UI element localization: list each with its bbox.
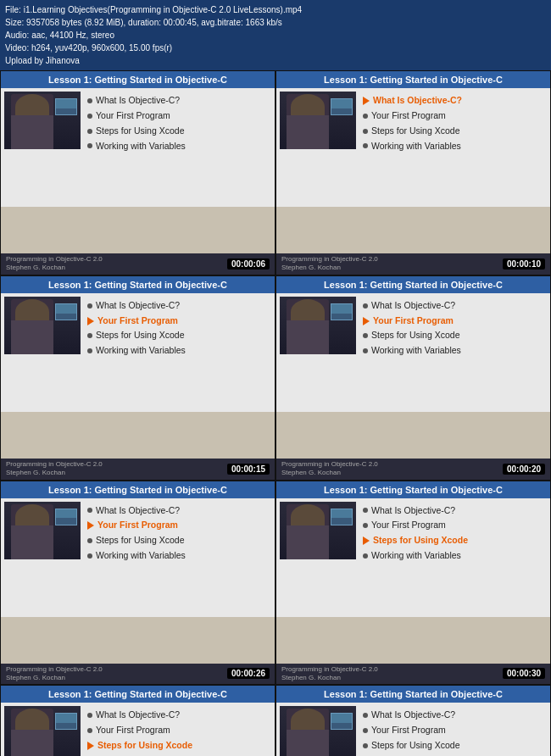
thumbnail-2 bbox=[280, 92, 356, 149]
list-item-label-5-1: Your First Program bbox=[97, 518, 178, 533]
size-info: Size: 9357058 bytes (8.92 MiB), duration… bbox=[5, 16, 546, 29]
thumbnail-3 bbox=[4, 297, 81, 354]
cell-spacer-5 bbox=[1, 617, 275, 664]
bullet-icon bbox=[363, 728, 368, 733]
list-item-2-0: What Is Objective-C? bbox=[363, 93, 462, 108]
bullet-list-2: What Is Objective-C?Your First ProgramSt… bbox=[363, 92, 462, 203]
play-icon bbox=[87, 317, 94, 325]
cell-footer-2: Programming in Objective-C 2.0Stephen G.… bbox=[276, 253, 550, 275]
list-item-4-3: Working with Variables bbox=[363, 343, 461, 359]
list-item-8-0: What Is Objective-C? bbox=[363, 708, 470, 723]
list-item-3-2: Steps for Using Xcode bbox=[87, 328, 186, 343]
list-item-label-6-3: Working with Variables bbox=[371, 548, 461, 564]
bullet-list-6: What Is Objective-C?Your First ProgramSt… bbox=[363, 502, 468, 614]
list-item-7-1: Your First Program bbox=[87, 723, 192, 738]
video-cell-7[interactable]: Lesson 1: Getting Started in Objective-C… bbox=[0, 685, 276, 756]
thumbnail-8 bbox=[280, 706, 356, 756]
list-item-5-0: What Is Objective-C? bbox=[87, 503, 186, 519]
cell-spacer-6 bbox=[276, 617, 550, 664]
bullet-icon bbox=[363, 553, 368, 559]
play-icon bbox=[87, 742, 94, 750]
footer-text-1: Programming in Objective-C 2.0Stephen G.… bbox=[6, 255, 103, 273]
list-item-label-1-2: Steps for Using Xcode bbox=[96, 124, 184, 139]
video-info: Video: h264, yuv420p, 960x600, 15.00 fps… bbox=[5, 42, 546, 54]
video-cell-4[interactable]: Lesson 1: Getting Started in Objective-C… bbox=[276, 275, 551, 481]
bullet-icon bbox=[87, 143, 92, 148]
list-item-label-8-2: Steps for Using Xcode bbox=[371, 738, 459, 753]
bullet-list-5: What Is Objective-C?Your First ProgramSt… bbox=[87, 502, 186, 614]
cell-footer-1: Programming in Objective-C 2.0Stephen G.… bbox=[1, 253, 275, 275]
play-icon bbox=[363, 97, 370, 105]
list-item-6-0: What Is Objective-C? bbox=[363, 503, 468, 519]
list-item-label-3-1: Your First Program bbox=[97, 314, 178, 329]
list-item-label-1-3: Working with Variables bbox=[96, 139, 186, 154]
cell-content-5: What Is Objective-C?Your First ProgramSt… bbox=[1, 498, 275, 617]
list-item-label-4-1: Your First Program bbox=[373, 314, 454, 329]
list-item-label-3-2: Steps for Using Xcode bbox=[96, 328, 184, 343]
list-item-label-2-1: Your First Program bbox=[371, 108, 446, 124]
timestamp-1: 00:00:06 bbox=[227, 258, 270, 270]
list-item-label-4-0: What Is Objective-C? bbox=[371, 298, 455, 314]
timestamp-4: 00:00:20 bbox=[503, 464, 545, 475]
list-item-label-6-1: Your First Program bbox=[371, 518, 446, 533]
list-item-4-0: What Is Objective-C? bbox=[363, 298, 461, 314]
play-icon bbox=[363, 536, 370, 545]
list-item-3-1: Your First Program bbox=[87, 314, 186, 329]
bullet-icon bbox=[363, 713, 368, 718]
list-item-label-1-0: What Is Objective-C? bbox=[96, 93, 180, 108]
bullet-icon bbox=[87, 713, 92, 718]
list-item-6-2: Steps for Using Xcode bbox=[363, 533, 468, 548]
bullet-icon bbox=[363, 129, 368, 134]
list-item-3-0: What Is Objective-C? bbox=[87, 298, 186, 314]
bullet-list-4: What Is Objective-C?Your First ProgramSt… bbox=[363, 297, 461, 409]
footer-text-4: Programming in Objective-C 2.0Stephen G.… bbox=[281, 460, 378, 478]
list-item-label-6-2: Steps for Using Xcode bbox=[373, 533, 468, 548]
cell-header-6: Lesson 1: Getting Started in Objective-C bbox=[276, 481, 550, 498]
list-item-3-3: Working with Variables bbox=[87, 343, 186, 359]
video-cell-6[interactable]: Lesson 1: Getting Started in Objective-C… bbox=[276, 481, 551, 686]
list-item-label-7-1: Your First Program bbox=[96, 723, 170, 738]
cell-footer-5: Programming in Objective-C 2.0Stephen G.… bbox=[1, 664, 275, 685]
video-cell-2[interactable]: Lesson 1: Getting Started in Objective-C… bbox=[276, 70, 551, 275]
video-cell-3[interactable]: Lesson 1: Getting Started in Objective-C… bbox=[0, 275, 276, 481]
video-cell-5[interactable]: Lesson 1: Getting Started in Objective-C… bbox=[0, 481, 276, 686]
timestamp-2: 00:00:10 bbox=[503, 258, 545, 270]
list-item-4-1: Your First Program bbox=[363, 314, 461, 329]
cell-header-8: Lesson 1: Getting Started in Objective-C bbox=[276, 686, 550, 703]
cell-spacer-4 bbox=[276, 412, 550, 459]
bullet-icon bbox=[363, 523, 368, 528]
list-item-label-5-2: Steps for Using Xcode bbox=[96, 533, 184, 548]
footer-text-2: Programming in Objective-C 2.0Stephen G.… bbox=[281, 255, 378, 273]
cell-spacer-3 bbox=[1, 412, 275, 459]
cell-footer-6: Programming in Objective-C 2.0Stephen G.… bbox=[276, 664, 550, 685]
list-item-label-7-2: Steps for Using Xcode bbox=[97, 738, 192, 753]
list-item-label-1-1: Your First Program bbox=[96, 108, 170, 124]
bullet-icon bbox=[87, 98, 92, 103]
bullet-list-7: What Is Objective-C?Your First ProgramSt… bbox=[87, 706, 192, 756]
cell-header-5: Lesson 1: Getting Started in Objective-C bbox=[1, 481, 275, 498]
list-item-8-1: Your First Program bbox=[363, 723, 470, 738]
list-item-label-2-0: What Is Objective-C? bbox=[373, 93, 462, 108]
video-cell-1[interactable]: Lesson 1: Getting Started in Objective-C… bbox=[0, 70, 276, 275]
list-item-4-2: Steps for Using Xcode bbox=[363, 328, 461, 343]
thumbnail-4 bbox=[280, 297, 356, 354]
list-item-5-3: Working with Variables bbox=[87, 548, 186, 564]
bullet-icon bbox=[87, 333, 92, 338]
list-item-label-2-2: Steps for Using Xcode bbox=[371, 124, 459, 139]
bullet-icon bbox=[87, 114, 92, 119]
video-cell-8[interactable]: Lesson 1: Getting Started in Objective-C… bbox=[276, 685, 551, 756]
footer-text-6: Programming in Objective-C 2.0Stephen G.… bbox=[281, 665, 378, 683]
list-item-2-2: Steps for Using Xcode bbox=[363, 124, 462, 139]
cell-header-7: Lesson 1: Getting Started in Objective-C bbox=[1, 686, 275, 703]
bullet-list-3: What Is Objective-C?Your First ProgramSt… bbox=[87, 297, 186, 409]
thumbnail-1 bbox=[4, 92, 81, 149]
cell-content-3: What Is Objective-C?Your First ProgramSt… bbox=[1, 293, 275, 412]
cell-footer-4: Programming in Objective-C 2.0Stephen G.… bbox=[276, 459, 550, 480]
play-icon bbox=[87, 521, 94, 530]
cell-spacer-2 bbox=[276, 207, 550, 253]
bullet-icon bbox=[87, 508, 92, 513]
list-item-label-7-0: What Is Objective-C? bbox=[96, 708, 180, 723]
list-item-label-3-3: Working with Variables bbox=[96, 343, 186, 359]
title-bar: File: i1.Learning Objectives(Programming… bbox=[0, 0, 551, 70]
bullet-icon bbox=[363, 508, 368, 513]
